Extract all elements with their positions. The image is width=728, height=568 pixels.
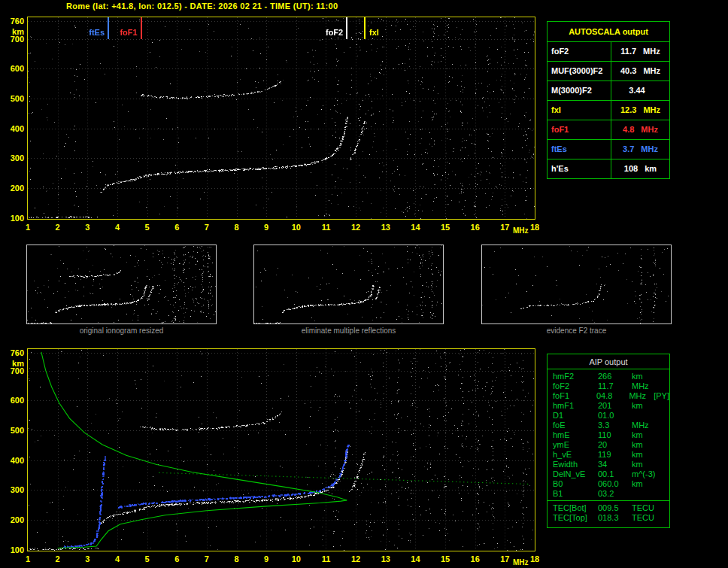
x-axis-tick-label: 13 [378,223,394,232]
value-number: 11.7 [620,42,636,61]
marker-label-foF2: foF2 [326,28,343,37]
x-axis-tick-label: 4 [109,223,126,232]
aip-output-table: AIP output hmF2266km foF211.7MHz foF104.… [547,354,670,528]
x-axis-tick-label: 12 [347,223,364,232]
autoscala-row: MUF(3000)F2 40.3MHz [548,61,669,80]
x-axis-tick-label: 10 [288,554,305,563]
autoscala-row: foF1 4.8MHz [548,120,669,139]
value-unit: MHz [643,101,660,120]
autoscala-param-value: 3.7MHz [611,140,669,159]
aip-row: foF104.8MHz[PY] [553,391,669,401]
y-axis-tick-label: 300 [5,153,24,163]
x-axis-tick-label: 18 [526,223,543,232]
thumb-eliminate-reflections [253,245,444,324]
x-axis-tick-label: 8 [229,554,245,563]
aip-param-label: DelN_vE [553,469,598,479]
x-axis-tick-label: 9 [258,223,275,232]
marker-label-fxI: fxI [369,28,379,37]
aip-param-label: foF1 [553,391,596,401]
x-axis-tick-label: 8 [229,223,245,232]
aip-row: hmF1201km [553,401,669,411]
value-unit: km [645,159,657,178]
aip-table-rows: hmF2266km foF211.7MHz foF104.8MHz[PY] hm… [548,369,669,500]
x-axis-tick-label: 18 [526,554,543,563]
autoscala-param-value: 11.7MHz [611,42,669,61]
y-axis-tick-label: 400 [5,456,24,465]
x-axis-tick-label: 7 [199,223,215,232]
x-axis-tick-label: 6 [168,223,185,232]
y-axis-unit-label: km [5,359,24,368]
aip-param-unit: km [632,440,657,450]
y-axis-tick-label: 600 [5,396,24,405]
aip-param-label: B1 [553,489,598,499]
aip-row: hmF2266km [553,372,669,381]
aip-param-value: 20 [598,440,632,450]
aip-param-label: foE [553,421,598,430]
thumb-caption-eliminate: eliminate multiple reflections [253,327,444,335]
autoscala-table-title: AUTOSCALA output [548,22,669,41]
x-axis-unit-label: MHz [513,226,529,235]
ionogram-main-plot [27,17,535,220]
aip-param-unit: MHz [632,381,657,391]
x-axis-tick-label: 9 [258,554,275,563]
x-axis-tick-label: 15 [437,223,453,232]
y-axis-tick-label: 100 [5,545,24,554]
aip-param-value: 3.3 [598,421,632,430]
autoscala-row: fxI 12.3MHz [548,100,669,120]
value-number: 3.44 [629,81,645,100]
aip-row: Ewidth34km [553,460,669,469]
aip-param-unit: km [632,460,657,469]
aip-row: DelN_vE00.1m^(-3) [553,469,669,479]
y-axis-tick-label: 500 [5,94,24,103]
aip-param-label: hmE [553,430,598,440]
aip-tec-row: TEC[Bot]009.5TECU [553,503,669,513]
autoscala-param-label: foF2 [548,42,611,61]
y-axis-tick-label: 760 [5,348,24,357]
autoscala-param-value: 4.8MHz [611,120,669,139]
aip-row: ymE20km [553,440,669,450]
y-axis-tick-label: 400 [5,124,24,133]
autoscala-param-value: 108km [611,159,669,178]
x-axis-tick-label: 17 [496,554,513,563]
autoscala-row: ftEs 3.7MHz [548,139,669,159]
thumb-original-ionogram [26,245,217,324]
x-axis-tick-label: 7 [199,554,215,563]
autoscala-param-value: 12.3MHz [611,101,669,120]
aip-param-value: 04.8 [596,391,629,401]
aip-param-unit: km [632,401,657,411]
aip-param-label: TEC[Top] [553,513,598,523]
aip-param-value: 266 [598,372,632,381]
value-unit: MHz [643,62,660,80]
aip-row: B103.2 [553,489,669,499]
aip-param-unit: TECU [632,513,657,523]
aip-param-value: 03.2 [598,489,632,499]
value-number: 108 [624,159,638,178]
x-axis-tick-label: 3 [79,223,96,232]
autoscala-param-label: ftEs [548,140,611,159]
aip-row: hmE110km [553,430,669,440]
x-axis-tick-label: 16 [467,223,484,232]
autoscala-row: M(3000)F2 3.44 [548,80,669,100]
x-axis-tick-label: 2 [50,223,66,232]
aip-param-unit [632,489,657,499]
marker-line-fxI [364,17,366,39]
aip-param-value: 00.1 [598,469,632,479]
aip-table-title: AIP output [548,354,669,369]
x-axis-tick-label: 15 [437,554,453,563]
aip-param-unit: km [632,450,657,460]
aip-param-value: 01.0 [598,411,632,421]
aip-param-value: 11.7 [598,381,632,391]
marker-line-foF2 [346,17,347,39]
x-axis-tick-label: 5 [139,223,156,232]
aip-param-label: Ewidth [553,460,598,469]
aip-row: foF211.7MHz [553,381,669,391]
value-unit: MHz [641,120,658,139]
value-number: 3.7 [623,140,634,159]
y-axis-tick-label: 760 [5,17,24,26]
autoscala-param-label: foF1 [548,120,611,139]
marker-line-ftEs [108,17,109,39]
aip-param-value: 009.5 [598,503,632,513]
value-unit: MHz [643,42,660,61]
aip-param-value: 018.3 [598,513,632,523]
marker-label-foF1: foF1 [120,28,137,37]
